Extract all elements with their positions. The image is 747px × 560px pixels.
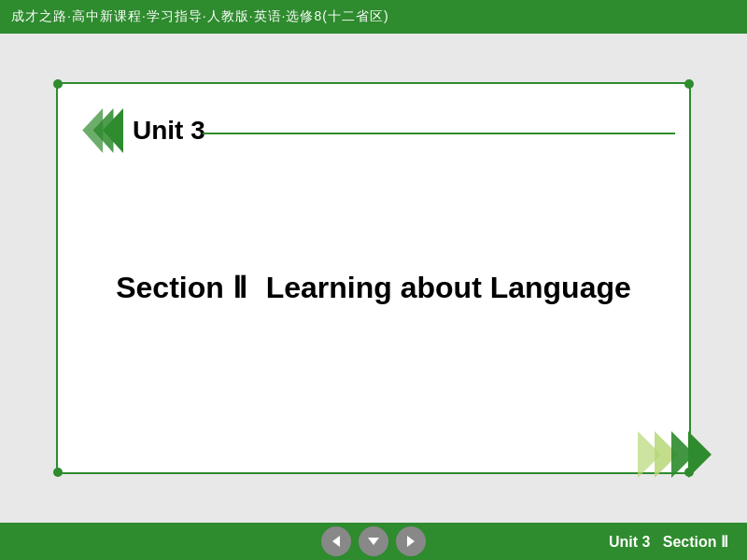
unit-title-text: Unit 3 [133,116,205,146]
header-title: 成才之路·高中新课程·学习指导·人教版·英语·选修8(十二省区) [11,8,389,25]
nav-prev-button[interactable] [321,526,351,556]
nav-home-button[interactable] [359,526,388,556]
svg-marker-8 [368,538,379,545]
corner-dot-tr [684,79,694,89]
section-label: Section Ⅱ [116,270,247,305]
arrow-down-icon [366,534,381,549]
left-chevrons-icon [58,103,123,159]
svg-marker-9 [407,536,415,547]
unit-title-area: Unit 3 [58,103,205,159]
nav-next-button[interactable] [396,526,426,556]
nav-buttons [321,526,426,556]
bottom-unit-label: Unit 3 [609,534,650,550]
slide: Unit 3 Section Ⅱ Learning about Language [56,82,691,474]
section-subtitle: Learning about Language [266,271,631,305]
right-chevrons-area [638,427,712,486]
right-chevrons-icon [638,427,712,483]
corner-dot-tl [53,79,63,89]
corner-dot-bl [53,468,63,477]
section-content: Section Ⅱ Learning about Language [116,270,631,305]
bottom-right-label: Unit 3 Section Ⅱ [609,533,728,551]
arrow-right-icon [403,534,418,549]
header-bar: 成才之路·高中新课程·学习指导·人教版·英语·选修8(十二省区) [0,0,747,34]
arrow-left-icon [329,534,344,549]
bottom-section-label: Section Ⅱ [663,534,728,550]
main-area: Unit 3 Section Ⅱ Learning about Language [0,34,747,523]
svg-marker-6 [688,431,712,478]
title-line [203,133,675,134]
svg-marker-7 [332,536,340,547]
bottom-bar: Unit 3 Section Ⅱ [0,523,747,560]
